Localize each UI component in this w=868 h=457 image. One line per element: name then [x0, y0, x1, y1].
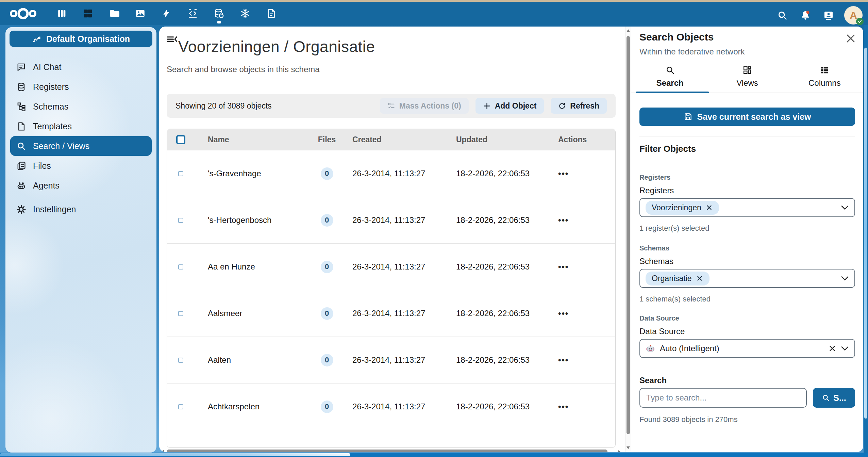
search-icon[interactable] — [775, 8, 790, 23]
columns-icon — [820, 65, 829, 75]
cell-name: 's-Hertogenbosch — [194, 215, 306, 225]
photos-icon[interactable] — [135, 8, 146, 19]
schemas-field-label: Schemas — [639, 257, 673, 266]
folder-icon[interactable] — [109, 8, 119, 19]
row-actions-menu[interactable]: ••• — [553, 262, 615, 272]
refresh-icon — [558, 102, 566, 110]
cell-updated: 18-2-2026, 22:06:53 — [451, 355, 553, 365]
cell-updated: 18-2-2026, 22:06:53 — [451, 262, 553, 272]
cell-created: 26-3-2014, 11:13:27 — [347, 169, 451, 178]
schemas-select[interactable]: Organisatie — [639, 269, 855, 288]
scrollbar-thumb[interactable] — [0, 453, 350, 456]
deck-icon[interactable] — [56, 8, 67, 19]
scrollbar-thumb[interactable] — [864, 48, 867, 419]
row-checkbox[interactable] — [178, 311, 183, 316]
chevron-down-icon[interactable] — [841, 346, 849, 351]
scrollbar-thumb[interactable] — [167, 450, 607, 452]
row-checkbox[interactable] — [178, 264, 183, 270]
sidebar-item-templates[interactable]: Templates — [10, 116, 152, 136]
code-icon[interactable] — [187, 8, 198, 19]
scroll-down-arrow[interactable] — [627, 446, 630, 449]
select-all-checkbox[interactable] — [176, 135, 185, 144]
row-actions-menu[interactable]: ••• — [553, 215, 615, 225]
search-input[interactable] — [639, 388, 807, 408]
table-row[interactable]: Achtkarspelen 0 26-3-2014, 11:13:27 18-2… — [167, 383, 615, 430]
datasource-select[interactable]: Auto (Intelligent) — [639, 339, 855, 358]
freeze-icon[interactable] — [240, 8, 250, 19]
header-updated[interactable]: Updated — [451, 135, 553, 144]
scrollbar-thumb[interactable] — [627, 36, 630, 434]
tab-columns[interactable]: Columns — [786, 61, 863, 93]
search-icon — [16, 141, 26, 151]
nextcloud-logo-icon[interactable] — [9, 7, 37, 20]
remove-chip-icon[interactable] — [696, 275, 703, 282]
content-vertical-scrollbar[interactable] — [625, 27, 631, 452]
sidebar-item-registers[interactable]: Registers — [10, 77, 152, 97]
tab-search[interactable]: Search — [631, 61, 708, 93]
table-row[interactable]: Aa en Hunze 0 26-3-2014, 11:13:27 18-2-2… — [167, 243, 615, 290]
add-object-button[interactable]: Add Object — [475, 98, 544, 114]
notifications-icon[interactable] — [798, 8, 813, 23]
row-checkbox[interactable] — [178, 218, 183, 223]
header-name[interactable]: Name — [194, 135, 306, 144]
search-submit-button[interactable]: S... — [813, 388, 855, 408]
header-files[interactable]: Files — [306, 135, 347, 144]
collapse-sidebar-icon[interactable] — [165, 34, 178, 47]
row-checkbox[interactable] — [178, 171, 183, 176]
divider — [639, 136, 855, 136]
tab-views[interactable]: Views — [708, 61, 786, 93]
filter-heading: Filter Objects — [639, 144, 696, 154]
row-checkbox[interactable] — [178, 358, 183, 363]
chevron-down-icon[interactable] — [841, 276, 849, 281]
avatar[interactable]: A — [844, 6, 863, 25]
row-actions-menu[interactable]: ••• — [553, 355, 615, 365]
refresh-button[interactable]: Refresh — [551, 98, 607, 114]
chevron-down-icon[interactable] — [841, 205, 849, 210]
sidebar-item-schemas[interactable]: Schemas — [10, 97, 152, 116]
table-row[interactable]: 's-Gravenhage 0 26-3-2014, 11:13:27 18-2… — [167, 150, 615, 197]
sidebar-item-search-views[interactable]: Search / Views — [10, 136, 152, 156]
header-created[interactable]: Created — [347, 135, 451, 144]
sidebar-item-files[interactable]: Files — [10, 156, 152, 176]
topbar: A — [0, 2, 868, 25]
close-icon[interactable] — [845, 33, 856, 44]
files-badge: 0 — [321, 214, 333, 227]
scroll-up-arrow[interactable] — [627, 29, 630, 32]
row-actions-menu[interactable]: ••• — [553, 169, 615, 178]
cell-created: 26-3-2014, 11:13:27 — [347, 355, 451, 365]
registers-select[interactable]: Voorzieningen — [639, 198, 855, 217]
files-badge: 0 — [321, 261, 333, 273]
sidebar-item-agents[interactable]: Agents — [10, 176, 152, 195]
table-row[interactable]: 's-Hertogenbosch 0 26-3-2014, 11:13:27 1… — [167, 197, 615, 243]
scroll-right-arrow[interactable] — [618, 450, 620, 452]
panel-tabs: Search Views Columns — [631, 61, 863, 93]
sidebar-item-ai-chat[interactable]: AI Chat — [10, 57, 152, 77]
clear-icon[interactable] — [829, 345, 836, 352]
page-vertical-scrollbar[interactable] — [864, 25, 868, 453]
content-horizontal-scrollbar[interactable] — [159, 448, 622, 452]
remove-chip-icon[interactable] — [705, 204, 713, 211]
row-actions-menu[interactable]: ••• — [553, 402, 615, 411]
cell-name: 's-Gravenhage — [194, 169, 306, 178]
sidebar-item-label: AI Chat — [33, 62, 61, 72]
save-search-as-view-button[interactable]: Save current search as view — [639, 108, 855, 126]
grid-icon[interactable] — [83, 8, 93, 19]
document-icon[interactable] — [266, 8, 277, 19]
table-row-partial — [167, 430, 615, 447]
row-actions-menu[interactable]: ••• — [553, 309, 615, 318]
organisation-button[interactable]: Default Organisation — [10, 31, 152, 47]
register-icon[interactable] — [214, 8, 224, 19]
activity-icon[interactable] — [161, 8, 172, 19]
contacts-icon[interactable] — [821, 8, 836, 23]
table-row[interactable]: Aalten 0 26-3-2014, 11:13:27 18-2-2026, … — [167, 337, 615, 383]
row-checkbox[interactable] — [178, 404, 183, 409]
sidebar-item-settings[interactable]: Instellingen — [10, 199, 152, 219]
register-chip[interactable]: Voorzieningen — [646, 201, 719, 215]
cell-updated: 18-2-2026, 22:06:53 — [451, 215, 553, 225]
mass-actions-button[interactable]: Mass Actions (0) — [380, 98, 469, 114]
scroll-left-arrow[interactable] — [161, 450, 164, 452]
schema-chip[interactable]: Organisatie — [646, 272, 710, 285]
table-row[interactable]: Aalsmeer 0 26-3-2014, 11:13:27 18-2-2026… — [167, 290, 615, 337]
table-header: Name Files Created Updated Actions — [167, 129, 615, 150]
page-horizontal-scrollbar[interactable] — [0, 453, 868, 457]
